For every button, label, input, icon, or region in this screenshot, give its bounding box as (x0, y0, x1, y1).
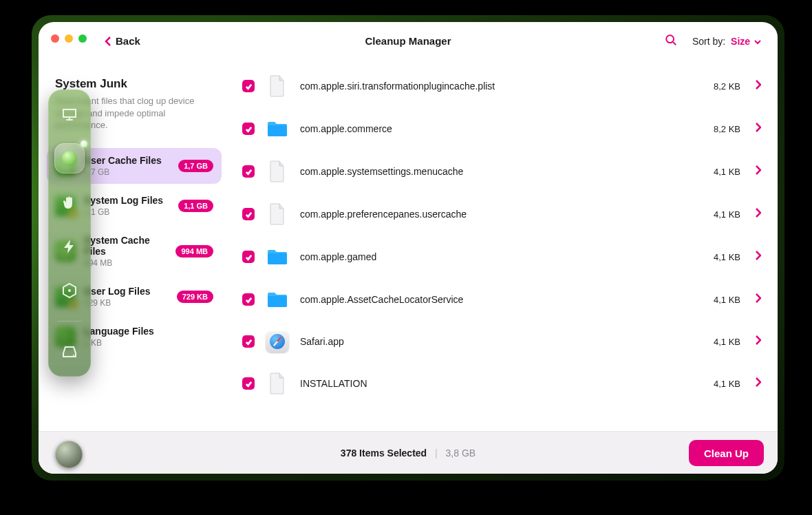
file-checkbox[interactable] (242, 165, 255, 178)
file-row[interactable]: com.apple.siri.transformationplugincache… (230, 65, 778, 107)
file-size: 4,1 KB (714, 209, 740, 220)
file-row[interactable]: com.apple.gamed 4,1 KB (230, 235, 778, 278)
folder-icon (266, 245, 289, 269)
close-window-button[interactable] (51, 34, 59, 43)
back-label: Back (116, 35, 140, 47)
dock-item-apps[interactable] (54, 275, 85, 306)
bolt-icon (61, 238, 78, 255)
footer: 378 Items Selected | 3,8 GB Clean Up (39, 431, 778, 474)
back-button[interactable]: Back (105, 35, 140, 47)
sort-value: Size (731, 36, 750, 47)
chevron-right-icon (756, 293, 761, 306)
category-size: 0 KB (84, 338, 213, 348)
category-name: User Log Files (84, 286, 169, 297)
svg-rect-4 (268, 296, 287, 307)
file-size: 4,1 KB (714, 167, 740, 177)
hand-icon (61, 194, 78, 211)
selected-count: 378 Items Selected (341, 448, 427, 459)
category-name: User Cache Files (84, 155, 170, 166)
file-size: 8,2 KB (714, 81, 740, 92)
file-icon (266, 372, 289, 395)
folder-icon (266, 117, 289, 140)
chevron-down-icon (754, 39, 761, 45)
sort-label: Sort by: (692, 36, 725, 47)
svg-point-5 (68, 289, 71, 292)
file-size: 4,1 KB (714, 252, 740, 262)
category-size: 994 MB (84, 258, 167, 268)
file-row[interactable]: Safari.app 4,1 KB (230, 321, 778, 362)
search-icon (665, 34, 677, 46)
chevron-left-icon (105, 36, 111, 47)
chevron-right-icon (756, 208, 761, 220)
category-badge: 994 MB (175, 245, 213, 258)
file-checkbox[interactable] (242, 293, 255, 306)
file-name: com.apple.siri.transformationplugincache… (300, 81, 703, 92)
dock-item-privacy[interactable] (54, 187, 85, 218)
svg-rect-2 (268, 125, 287, 136)
chevron-right-icon (756, 123, 761, 135)
file-name: INSTALLATION (300, 378, 703, 389)
folder-icon (266, 288, 289, 311)
dock-item-dashboard[interactable] (54, 99, 85, 129)
safari-icon (266, 330, 289, 353)
category-size: 1,7 GB (84, 167, 170, 177)
file-row[interactable]: com.apple.preferencepanes.usercache 4,1 … (230, 193, 778, 235)
file-list: com.apple.siri.transformationplugincache… (230, 61, 778, 431)
category-name: Language Files (84, 326, 213, 337)
file-icon (266, 160, 289, 183)
file-size: 8,2 KB (714, 124, 740, 134)
cleanup-button[interactable]: Clean Up (689, 440, 764, 466)
file-checkbox[interactable] (242, 377, 255, 390)
chevron-right-icon (756, 335, 761, 348)
category-name: System Cache Files (84, 235, 167, 257)
chevron-right-icon (756, 377, 761, 390)
file-name: com.apple.AssetCacheLocatorService (300, 294, 703, 305)
svg-line-1 (673, 42, 676, 45)
header: Back Cleanup Manager Sort by: Size (39, 22, 778, 61)
file-row[interactable]: com.apple.AssetCacheLocatorService 4,1 K… (230, 278, 778, 321)
category-size: 1,1 GB (84, 207, 170, 217)
file-checkbox[interactable] (242, 80, 255, 92)
minimize-window-button[interactable] (65, 34, 73, 43)
file-checkbox[interactable] (242, 208, 255, 220)
dock-item-cleanup[interactable] (54, 143, 85, 174)
cleanup-icon (62, 151, 77, 166)
file-name: com.apple.systemsettings.menucache (300, 166, 703, 177)
file-name: com.apple.gamed (300, 251, 703, 262)
category-badge: 1,1 GB (178, 200, 213, 212)
sort-button[interactable]: Sort by: Size (692, 36, 761, 47)
file-row[interactable]: com.apple.commerce 8,2 KB (230, 107, 778, 150)
file-size: 4,1 KB (714, 379, 740, 389)
file-name: Safari.app (300, 336, 703, 347)
file-name: com.apple.commerce (300, 123, 703, 134)
category-size: 729 KB (84, 298, 169, 308)
monitor-icon (61, 106, 78, 123)
dock-item-files[interactable] (54, 337, 85, 367)
user-avatar[interactable] (55, 441, 83, 468)
file-size: 4,1 KB (714, 295, 740, 305)
file-row[interactable]: INSTALLATION 4,1 KB (230, 362, 778, 405)
dock-item-performance[interactable] (54, 231, 85, 262)
file-checkbox[interactable] (242, 251, 255, 263)
search-button[interactable] (665, 34, 677, 49)
window-controls (51, 34, 87, 43)
category-badge: 1,7 GB (178, 160, 213, 172)
svg-point-0 (666, 35, 674, 43)
category-name: System Log Files (84, 195, 170, 206)
file-checkbox[interactable] (242, 123, 255, 135)
file-checkbox[interactable] (242, 335, 255, 348)
file-icon (266, 202, 289, 226)
file-size: 4,1 KB (714, 337, 740, 347)
apps-icon (61, 282, 78, 299)
drive-icon (61, 344, 78, 360)
chevron-right-icon (756, 251, 761, 263)
svg-point-6 (73, 355, 74, 356)
file-name: com.apple.preferencepanes.usercache (300, 209, 703, 220)
svg-rect-3 (268, 253, 287, 264)
maximize-window-button[interactable] (78, 34, 87, 43)
app-dock (48, 90, 91, 377)
file-row[interactable]: com.apple.systemsettings.menucache 4,1 K… (230, 150, 778, 193)
section-title: System Junk (55, 77, 213, 91)
category-badge: 729 KB (177, 291, 213, 303)
chevron-right-icon (756, 165, 761, 178)
